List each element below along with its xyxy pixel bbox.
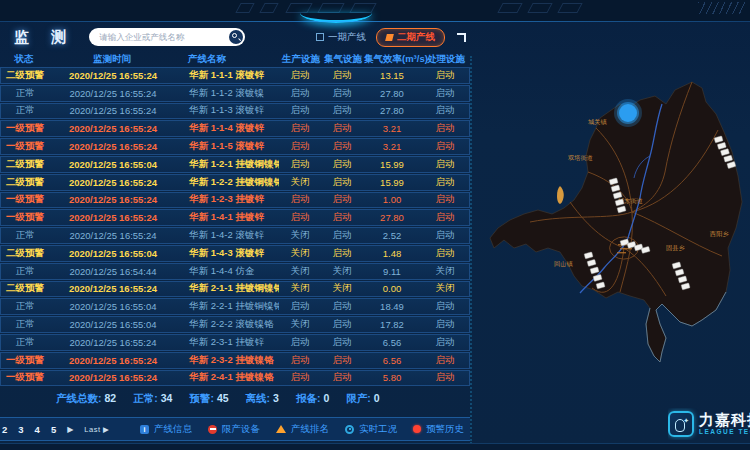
cell-status: 二级预警 bbox=[1, 282, 49, 295]
last-page-button[interactable]: Last ▶ bbox=[84, 425, 109, 434]
cell-treat: 启动 bbox=[421, 371, 469, 384]
cell-status: 二级预警 bbox=[1, 247, 49, 260]
cell-name: 华新 2-2-2 滚镀镍铬 bbox=[177, 318, 279, 331]
column-header: 状态 bbox=[0, 53, 48, 66]
table-row[interactable]: 正常2020/12/25 16:55:24华新 2-3-1 挂镀锌启动启动6.5… bbox=[0, 334, 470, 351]
table-row[interactable]: 一级预警2020/12/25 16:55:24华新 1-1-4 滚镀锌启动启动3… bbox=[0, 120, 470, 137]
phase1-checkbox[interactable]: 一期产线 bbox=[316, 31, 366, 44]
cell-gas: 启动 bbox=[321, 87, 363, 100]
phase1-label: 一期产线 bbox=[328, 31, 366, 44]
table-row[interactable]: 一级预警2020/12/25 16:55:24华新 1-1-5 滚镀锌启动启动3… bbox=[0, 138, 470, 155]
cell-time: 2020/12/25 16:55:24 bbox=[49, 283, 177, 294]
cell-prod: 启动 bbox=[279, 193, 321, 206]
toolbar-right: 一期产线 二期产线 bbox=[316, 28, 470, 47]
cell-time: 2020/12/25 16:55:24 bbox=[49, 230, 177, 241]
page-button[interactable]: 4 bbox=[35, 424, 40, 435]
checkbox-icon[interactable] bbox=[316, 33, 324, 41]
decor-shape bbox=[235, 3, 254, 13]
cell-treat: 启动 bbox=[421, 354, 469, 367]
logo-icon: ✦ bbox=[668, 411, 694, 437]
限产设备-button[interactable]: 限产设备 bbox=[208, 423, 260, 436]
map-area-label: 城关镇 bbox=[588, 118, 607, 125]
cell-time: 2020/12/25 16:55:24 bbox=[49, 372, 177, 383]
cell-eff: 1.48 bbox=[363, 248, 421, 259]
top-decor-strip bbox=[0, 0, 750, 22]
cell-eff: 3.21 bbox=[363, 141, 421, 152]
cell-prod: 关闭 bbox=[279, 229, 321, 242]
page-button[interactable]: 5 bbox=[51, 424, 56, 435]
search-icon[interactable] bbox=[229, 30, 243, 44]
cell-time: 2020/12/25 16:55:04 bbox=[49, 301, 177, 312]
cell-treat: 启动 bbox=[421, 211, 469, 224]
map-area-label: 回山镇 bbox=[554, 260, 573, 268]
table-row[interactable]: 二级预警2020/12/25 16:55:24华新 2-1-1 挂镀铜镍铬关闭关… bbox=[0, 281, 470, 298]
cell-name: 华新 1-1-5 滚镀锌 bbox=[177, 140, 279, 153]
monitoring-dashboard: 监 测 一期产线 二期产线 状态监测时间产线名称生产设施集气设施集气效率( bbox=[0, 0, 750, 450]
cell-eff: 6.56 bbox=[363, 337, 421, 348]
cell-name: 华新 2-3-1 挂镀锌 bbox=[177, 336, 279, 349]
page-button[interactable]: 3 bbox=[18, 424, 23, 435]
cell-gas: 启动 bbox=[321, 336, 363, 349]
cell-time: 2020/12/25 16:55:24 bbox=[49, 337, 177, 348]
table-row[interactable]: 正常2020/12/25 16:55:24华新 1-4-2 滚镀锌关闭启动2.5… bbox=[0, 227, 470, 244]
table-body: 二级预警2020/12/25 16:55:24华新 1-1-1 滚镀锌启动启动1… bbox=[0, 67, 470, 386]
search-input[interactable] bbox=[99, 32, 229, 42]
district-map[interactable]: 城关镇双塔街道城东街道西阳乡固县乡回山镇 bbox=[470, 52, 750, 446]
table-row[interactable]: 一级预警2020/12/25 16:55:24华新 1-2-3 挂镀锌启动启动1… bbox=[0, 192, 470, 209]
decor-shape bbox=[527, 3, 552, 13]
cell-status: 一级预警 bbox=[1, 122, 49, 135]
cell-eff: 5.80 bbox=[363, 372, 421, 383]
cell-treat: 启动 bbox=[421, 69, 469, 82]
bottom-edge-strip bbox=[0, 443, 750, 450]
cell-time: 2020/12/25 16:55:24 bbox=[49, 123, 177, 134]
decor-shape bbox=[349, 3, 376, 13]
table-row[interactable]: 二级预警2020/12/25 16:55:04华新 1-2-1 挂镀铜镍铬（龙门… bbox=[0, 156, 470, 173]
table-row[interactable]: 一级预警2020/12/25 16:55:24华新 2-4-1 挂镀镍铬启动启动… bbox=[0, 370, 470, 387]
cell-prod: 启动 bbox=[279, 87, 321, 100]
cell-status: 正常 bbox=[1, 87, 49, 100]
table-header: 状态监测时间产线名称生产设施集气设施集气效率(m³/s)处理设施 bbox=[0, 52, 470, 67]
page-button[interactable]: 2 bbox=[2, 424, 7, 435]
cell-gas: 启动 bbox=[321, 176, 363, 189]
column-header: 监测时间 bbox=[48, 53, 176, 66]
alert-location-marker[interactable] bbox=[619, 104, 637, 122]
table-row[interactable]: 一级预警2020/12/25 16:55:24华新 2-3-2 挂镀镍铬启动启动… bbox=[0, 352, 470, 369]
cell-treat: 启动 bbox=[421, 140, 469, 153]
next-page-icon[interactable]: ▶ bbox=[67, 425, 73, 434]
table-row[interactable]: 二级预警2020/12/25 16:55:04华新 1-4-3 滚镀锌关闭启动1… bbox=[0, 245, 470, 262]
summary-item: 正常:34 bbox=[133, 392, 172, 406]
cell-eff: 18.49 bbox=[363, 301, 421, 312]
cell-name: 华新 1-2-2 挂镀铜镍铬（环形线） bbox=[177, 176, 279, 189]
table-row[interactable]: 正常2020/12/25 16:55:04华新 2-2-1 挂镀铜镍铬启动启动1… bbox=[0, 298, 470, 315]
产线排名-button[interactable]: 产线排名 bbox=[276, 423, 329, 436]
预警历史-button[interactable]: 预警历史 bbox=[413, 423, 464, 436]
cell-treat: 启动 bbox=[421, 318, 469, 331]
footer-buttons: i产线信息限产设备产线排名实时工况预警历史 bbox=[140, 423, 464, 436]
table-row[interactable]: 正常2020/12/25 16:55:04华新 2-2-2 滚镀镍铬关闭启动17… bbox=[0, 316, 470, 333]
实时工况-button[interactable]: 实时工况 bbox=[345, 423, 397, 436]
alarm-history-icon bbox=[413, 425, 421, 433]
cell-status: 一级预警 bbox=[1, 193, 49, 206]
phase2-label: 二期产线 bbox=[397, 31, 435, 44]
产线信息-button[interactable]: i产线信息 bbox=[140, 423, 192, 436]
map-alert-marker[interactable] bbox=[614, 99, 642, 127]
cell-name: 华新 1-1-4 滚镀锌 bbox=[177, 122, 279, 135]
cell-gas: 启动 bbox=[321, 193, 363, 206]
cell-eff: 3.21 bbox=[363, 123, 421, 134]
table-row[interactable]: 二级预警2020/12/25 16:55:24华新 1-1-1 滚镀锌启动启动1… bbox=[0, 67, 470, 84]
cell-prod: 关闭 bbox=[279, 247, 321, 260]
column-header: 处理设施 bbox=[422, 53, 470, 66]
table-row[interactable]: 正常2020/12/25 16:55:24华新 1-1-3 滚镀锌启动启动27.… bbox=[0, 103, 470, 120]
table-row[interactable]: 一级预警2020/12/25 16:55:24华新 1-4-1 挂镀锌启动启动2… bbox=[0, 209, 470, 226]
phase2-button[interactable]: 二期产线 bbox=[376, 28, 445, 47]
cell-treat: 启动 bbox=[421, 229, 469, 242]
table-row[interactable]: 正常2020/12/25 16:55:24华新 1-1-2 滚镀镍启动启动27.… bbox=[0, 85, 470, 102]
cell-name: 华新 1-1-2 滚镀镍 bbox=[177, 87, 279, 100]
cell-status: 正常 bbox=[1, 229, 49, 242]
column-header: 集气设施 bbox=[322, 53, 364, 66]
table-row[interactable]: 正常2020/12/25 16:54:44华新 1-4-4 仿金关闭关闭9.11… bbox=[0, 263, 470, 280]
cell-time: 2020/12/25 16:55:24 bbox=[49, 177, 177, 188]
map-area-label: 固县乡 bbox=[666, 244, 685, 252]
cell-prod: 启动 bbox=[279, 122, 321, 135]
table-row[interactable]: 二级预警2020/12/25 16:55:24华新 1-2-2 挂镀铜镍铬（环形… bbox=[0, 174, 470, 191]
